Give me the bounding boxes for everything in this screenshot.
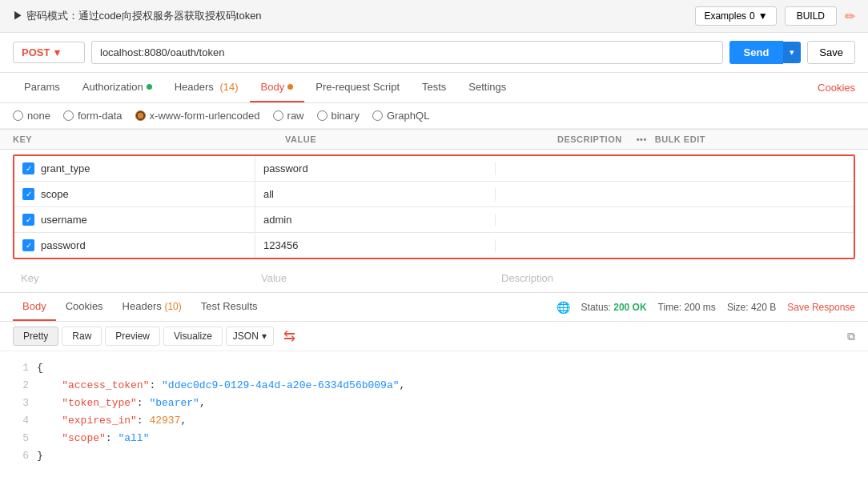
desc-cell [495, 239, 854, 252]
tab-body[interactable]: Body [250, 73, 305, 102]
resp-tab-headers[interactable]: Headers (10) [113, 293, 191, 321]
tab-pre-request[interactable]: Pre-request Script [304, 73, 411, 102]
code-line-6: 6 } [13, 447, 855, 465]
key-cell: ✓ grant_type [14, 156, 255, 181]
response-code: 1 { 2 "access_token": "ddec0dc9-0129-4a4… [0, 351, 868, 474]
value-cell: admin [255, 207, 495, 232]
authorization-dot [147, 84, 152, 90]
format-bar: Pretty Raw Preview Visualize JSON ▾ ⇆ ⧉ [0, 322, 868, 351]
tab-tests[interactable]: Tests [411, 73, 457, 102]
resp-tab-cookies[interactable]: Cookies [56, 293, 113, 321]
new-key-placeholder[interactable]: Key [13, 269, 253, 287]
tab-authorization[interactable]: Authorization [71, 73, 163, 102]
new-row: Key Value Description [0, 264, 868, 292]
globe-icon: 🌐 [557, 301, 570, 314]
body-binary-option[interactable]: binary [317, 110, 360, 122]
wrap-icon[interactable]: ⇆ [283, 327, 295, 345]
chevron-down-icon: ▼ [758, 10, 768, 22]
status-label: Status: 200 OK [581, 302, 647, 313]
row-checkbox[interactable]: ✓ [22, 214, 34, 226]
body-raw-option[interactable]: raw [273, 110, 304, 122]
body-graphql-option[interactable]: GraphQL [372, 110, 429, 122]
code-line-1: 1 { [13, 359, 855, 377]
desc-cell [495, 162, 854, 175]
code-line-3: 3 "token_type": "bearer", [13, 395, 855, 412]
send-button[interactable]: Send [729, 41, 784, 64]
tab-headers[interactable]: Headers (14) [163, 73, 250, 102]
send-button-group: Send ▾ [729, 41, 802, 64]
build-button[interactable]: BUILD [785, 6, 837, 26]
row-checkbox[interactable]: ✓ [22, 162, 34, 174]
new-desc-placeholder[interactable]: Description [493, 269, 855, 287]
chevron-down-icon: ▾ [262, 331, 267, 342]
request-title: ▶ 密码模式：通过code向授权服务器获取授权码token [13, 9, 262, 23]
body-dot [287, 84, 293, 90]
key-cell: ✓ password [14, 233, 255, 258]
send-dropdown-button[interactable]: ▾ [783, 42, 801, 63]
url-input[interactable] [91, 41, 723, 64]
value-cell: 123456 [255, 233, 495, 258]
desc-cell [495, 214, 854, 226]
examples-button[interactable]: Examples 0 ▼ [695, 6, 776, 26]
body-form-data-option[interactable]: form-data [63, 110, 123, 122]
save-button[interactable]: Save [807, 41, 855, 64]
format-select[interactable]: JSON ▾ [226, 327, 274, 346]
time-label: Time: 200 ms [658, 302, 716, 313]
desc-cell [495, 188, 854, 201]
resp-tab-test-results[interactable]: Test Results [191, 293, 267, 321]
body-urlencoded-option[interactable]: x-www-form-urlencoded [135, 110, 260, 122]
size-label: Size: 420 B [727, 302, 776, 313]
code-line-2: 2 "access_token": "ddec0dc9-0129-4a4d-a2… [13, 377, 855, 395]
key-cell: ✓ scope [14, 182, 255, 206]
response-status: 🌐 Status: 200 OK Time: 200 ms Size: 420 … [557, 301, 855, 314]
tab-params[interactable]: Params [13, 73, 71, 102]
col-key: KEY [13, 134, 285, 144]
key-cell: ✓ username [14, 207, 255, 232]
body-type-selector: none form-data x-www-form-urlencoded raw… [0, 103, 868, 129]
headers-badge: (10) [164, 301, 181, 312]
table-row: ✓ password 123456 [14, 233, 854, 258]
tab-settings[interactable]: Settings [457, 73, 517, 102]
pretty-button[interactable]: Pretty [13, 327, 58, 346]
value-cell: password [255, 156, 495, 181]
request-bar: POST ▾ Send ▾ Save [0, 33, 868, 73]
request-tabs: Params Authorization Headers (14) Body P… [0, 73, 868, 103]
table-row: ✓ grant_type password [14, 156, 854, 182]
chevron-down-icon: ▾ [54, 46, 60, 58]
response-tabs: Body Cookies Headers (10) Test Results 🌐… [0, 293, 868, 322]
col-description: DESCRIPTION [557, 134, 622, 144]
save-response-button[interactable]: Save Response [787, 302, 855, 313]
bulk-edit-link[interactable]: Bulk Edit [655, 134, 705, 144]
tab-cookies[interactable]: Cookies [818, 74, 855, 102]
method-select[interactable]: POST ▾ [13, 42, 85, 63]
new-value-placeholder[interactable]: Value [253, 269, 493, 287]
top-bar-actions: Examples 0 ▼ BUILD ✏ [695, 6, 855, 26]
table-row: ✓ scope all [14, 182, 854, 207]
resp-tab-body[interactable]: Body [13, 293, 56, 321]
params-table: ✓ grant_type password ✓ scope all ✓ user… [13, 154, 855, 259]
table-header: KEY VALUE DESCRIPTION ••• Bulk Edit [0, 129, 868, 150]
more-options-icon[interactable]: ••• [637, 134, 647, 144]
row-checkbox[interactable]: ✓ [22, 188, 34, 200]
code-line-5: 5 "scope": "all" [13, 430, 855, 447]
body-none-option[interactable]: none [13, 110, 50, 122]
top-bar: ▶ 密码模式：通过code向授权服务器获取授权码token Examples 0… [0, 0, 868, 33]
visualize-button[interactable]: Visualize [163, 327, 223, 346]
copy-icon[interactable]: ⧉ [847, 330, 855, 343]
code-line-4: 4 "expires_in": 42937, [13, 412, 855, 430]
preview-button[interactable]: Preview [105, 327, 160, 346]
response-section: Body Cookies Headers (10) Test Results 🌐… [0, 292, 868, 474]
row-checkbox[interactable]: ✓ [22, 239, 34, 251]
table-row: ✓ username admin [14, 207, 854, 233]
raw-button[interactable]: Raw [62, 327, 102, 346]
col-value: VALUE [285, 134, 557, 144]
value-cell: all [255, 182, 495, 206]
edit-button[interactable]: ✏ [845, 9, 855, 24]
